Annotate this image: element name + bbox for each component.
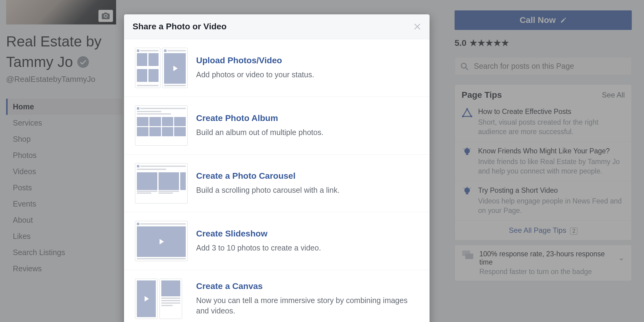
option-title: Upload Photos/Video	[196, 56, 419, 65]
modal-close-button[interactable]	[414, 23, 421, 30]
option-create-photo-carousel[interactable]: Create a Photo Carousel Build a scrollin…	[124, 155, 430, 212]
option-upload-photos-video[interactable]: Upload Photos/Video Add photos or video …	[124, 39, 430, 97]
option-desc: Now you can tell a more immersive story …	[196, 295, 419, 316]
thumbnail-canvas-icon	[135, 279, 188, 319]
option-title: Create Photo Album	[196, 113, 419, 123]
option-desc: Add photos or video to your status.	[196, 70, 419, 80]
option-desc: Build a scrolling photo carousel with a …	[196, 185, 419, 196]
thumbnail-upload-icon	[135, 48, 188, 88]
option-create-canvas[interactable]: Create a Canvas Now you can tell a more …	[124, 270, 430, 322]
modal-title: Share a Photo or Video	[133, 22, 227, 31]
option-title: Create a Canvas	[196, 281, 419, 291]
option-desc: Build an album out of multiple photos.	[196, 127, 419, 138]
thumbnail-album-icon	[135, 105, 188, 146]
option-title: Create Slideshow	[196, 229, 419, 239]
share-photo-video-modal: Share a Photo or Video Upload Photos/Vi	[124, 14, 430, 322]
option-title: Create a Photo Carousel	[196, 171, 419, 181]
option-create-photo-album[interactable]: Create Photo Album Build an album out of…	[124, 97, 430, 155]
thumbnail-carousel-icon	[135, 163, 188, 203]
option-create-slideshow[interactable]: Create Slideshow Add 3 to 10 photos to c…	[124, 212, 430, 270]
modal-header: Share a Photo or Video	[124, 14, 430, 39]
close-icon	[414, 23, 421, 30]
option-desc: Add 3 to 10 photos to create a video.	[196, 243, 419, 253]
thumbnail-slideshow-icon	[135, 221, 188, 261]
